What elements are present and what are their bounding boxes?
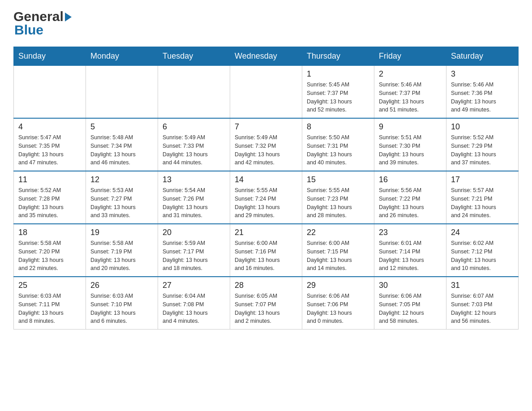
day-info: Sunrise: 6:06 AM Sunset: 7:05 PM Dayligh…: [379, 292, 442, 325]
day-info: Sunrise: 6:03 AM Sunset: 7:11 PM Dayligh…: [18, 292, 81, 325]
day-info: Sunrise: 6:04 AM Sunset: 7:08 PM Dayligh…: [163, 292, 225, 325]
calendar-cell: [14, 66, 86, 119]
calendar-cell: 8Sunrise: 5:50 AM Sunset: 7:31 PM Daylig…: [302, 118, 374, 171]
day-number: 28: [235, 281, 297, 290]
day-header-monday: Monday: [86, 47, 158, 66]
day-number: 3: [451, 69, 514, 79]
day-info: Sunrise: 5:49 AM Sunset: 7:32 PM Dayligh…: [235, 133, 297, 167]
calendar-cell: 6Sunrise: 5:49 AM Sunset: 7:33 PM Daylig…: [158, 118, 230, 171]
day-number: 13: [163, 175, 225, 184]
day-number: 16: [379, 175, 442, 184]
calendar-cell: 20Sunrise: 5:59 AM Sunset: 7:17 PM Dayli…: [158, 224, 230, 277]
day-info: Sunrise: 6:03 AM Sunset: 7:10 PM Dayligh…: [90, 292, 153, 325]
calendar-cell: 31Sunrise: 6:07 AM Sunset: 7:03 PM Dayli…: [446, 277, 519, 330]
logo-arrow-icon: [65, 13, 72, 21]
calendar-cell: 14Sunrise: 5:55 AM Sunset: 7:24 PM Dayli…: [230, 171, 302, 224]
calendar-cell: 2Sunrise: 5:46 AM Sunset: 7:37 PM Daylig…: [374, 66, 446, 119]
calendar-cell: 24Sunrise: 6:02 AM Sunset: 7:12 PM Dayli…: [446, 224, 519, 277]
logo: General Blue: [13, 9, 72, 38]
day-number: 1: [307, 69, 369, 79]
calendar-cell: 30Sunrise: 6:06 AM Sunset: 7:05 PM Dayli…: [374, 277, 446, 330]
day-number: 17: [451, 175, 514, 184]
calendar-cell: 12Sunrise: 5:53 AM Sunset: 7:27 PM Dayli…: [86, 171, 158, 224]
calendar-cell: [86, 66, 158, 119]
calendar-cell: 27Sunrise: 6:04 AM Sunset: 7:08 PM Dayli…: [158, 277, 230, 330]
day-number: 21: [235, 228, 297, 237]
day-number: 20: [163, 228, 225, 237]
calendar-week-4: 18Sunrise: 5:58 AM Sunset: 7:20 PM Dayli…: [14, 224, 519, 277]
page-header: General Blue: [13, 9, 519, 38]
calendar-cell: 13Sunrise: 5:54 AM Sunset: 7:26 PM Dayli…: [158, 171, 230, 224]
day-number: 14: [235, 175, 297, 184]
calendar-cell: 3Sunrise: 5:46 AM Sunset: 7:36 PM Daylig…: [446, 66, 519, 119]
day-number: 26: [90, 281, 153, 290]
calendar-cell: 23Sunrise: 6:01 AM Sunset: 7:14 PM Dayli…: [374, 224, 446, 277]
calendar-cell: 16Sunrise: 5:56 AM Sunset: 7:22 PM Dayli…: [374, 171, 446, 224]
day-info: Sunrise: 5:52 AM Sunset: 7:28 PM Dayligh…: [18, 186, 81, 220]
day-number: 18: [18, 228, 81, 237]
day-info: Sunrise: 5:46 AM Sunset: 7:37 PM Dayligh…: [379, 81, 442, 114]
day-number: 24: [451, 228, 514, 237]
logo-blue-text: Blue: [14, 22, 43, 37]
calendar-cell: 28Sunrise: 6:05 AM Sunset: 7:07 PM Dayli…: [230, 277, 302, 330]
day-info: Sunrise: 6:00 AM Sunset: 7:16 PM Dayligh…: [235, 239, 297, 273]
day-number: 29: [307, 281, 369, 290]
day-number: 31: [451, 281, 514, 290]
calendar-week-5: 25Sunrise: 6:03 AM Sunset: 7:11 PM Dayli…: [14, 277, 519, 330]
day-number: 2: [379, 69, 442, 79]
day-info: Sunrise: 5:55 AM Sunset: 7:24 PM Dayligh…: [235, 186, 297, 220]
day-header-thursday: Thursday: [302, 47, 374, 66]
calendar-week-1: 1Sunrise: 5:45 AM Sunset: 7:37 PM Daylig…: [14, 66, 519, 119]
day-number: 27: [163, 281, 225, 290]
logo-general-text: General: [13, 9, 64, 24]
day-info: Sunrise: 6:06 AM Sunset: 7:06 PM Dayligh…: [307, 292, 369, 325]
day-header-sunday: Sunday: [14, 47, 86, 66]
day-number: 12: [90, 175, 153, 184]
calendar-cell: 1Sunrise: 5:45 AM Sunset: 7:37 PM Daylig…: [302, 66, 374, 119]
day-info: Sunrise: 5:49 AM Sunset: 7:33 PM Dayligh…: [163, 133, 225, 167]
day-info: Sunrise: 5:48 AM Sunset: 7:34 PM Dayligh…: [90, 133, 153, 167]
day-info: Sunrise: 5:58 AM Sunset: 7:19 PM Dayligh…: [90, 239, 153, 273]
day-info: Sunrise: 6:00 AM Sunset: 7:15 PM Dayligh…: [307, 239, 369, 273]
day-info: Sunrise: 5:45 AM Sunset: 7:37 PM Dayligh…: [307, 81, 369, 114]
day-header-wednesday: Wednesday: [230, 47, 302, 66]
calendar-cell: 5Sunrise: 5:48 AM Sunset: 7:34 PM Daylig…: [86, 118, 158, 171]
day-number: 11: [18, 175, 81, 184]
calendar-cell: 29Sunrise: 6:06 AM Sunset: 7:06 PM Dayli…: [302, 277, 374, 330]
day-number: 7: [235, 122, 297, 132]
day-number: 9: [379, 122, 442, 132]
day-number: 25: [18, 281, 81, 290]
calendar-week-2: 4Sunrise: 5:47 AM Sunset: 7:35 PM Daylig…: [14, 118, 519, 171]
day-number: 30: [379, 281, 442, 290]
day-number: 19: [90, 228, 153, 237]
day-number: 5: [90, 122, 153, 132]
calendar-cell: 7Sunrise: 5:49 AM Sunset: 7:32 PM Daylig…: [230, 118, 302, 171]
day-info: Sunrise: 6:05 AM Sunset: 7:07 PM Dayligh…: [235, 292, 297, 325]
day-header-tuesday: Tuesday: [158, 47, 230, 66]
day-info: Sunrise: 5:52 AM Sunset: 7:29 PM Dayligh…: [451, 133, 514, 167]
day-number: 10: [451, 122, 514, 132]
day-number: 23: [379, 228, 442, 237]
calendar-week-3: 11Sunrise: 5:52 AM Sunset: 7:28 PM Dayli…: [14, 171, 519, 224]
day-info: Sunrise: 5:56 AM Sunset: 7:22 PM Dayligh…: [379, 186, 442, 220]
logo-row1: General: [13, 9, 72, 24]
day-info: Sunrise: 5:58 AM Sunset: 7:20 PM Dayligh…: [18, 239, 81, 273]
day-number: 15: [307, 175, 369, 184]
calendar-cell: 26Sunrise: 6:03 AM Sunset: 7:10 PM Dayli…: [86, 277, 158, 330]
calendar-cell: 17Sunrise: 5:57 AM Sunset: 7:21 PM Dayli…: [446, 171, 519, 224]
day-info: Sunrise: 5:50 AM Sunset: 7:31 PM Dayligh…: [307, 133, 369, 167]
day-info: Sunrise: 5:59 AM Sunset: 7:17 PM Dayligh…: [163, 239, 225, 273]
calendar-cell: [230, 66, 302, 119]
logo-row2: Blue: [14, 22, 43, 38]
day-info: Sunrise: 6:01 AM Sunset: 7:14 PM Dayligh…: [379, 239, 442, 273]
calendar-cell: 18Sunrise: 5:58 AM Sunset: 7:20 PM Dayli…: [14, 224, 86, 277]
calendar-table: SundayMondayTuesdayWednesdayThursdayFrid…: [13, 47, 519, 330]
day-number: 4: [18, 122, 81, 132]
day-header-saturday: Saturday: [446, 47, 519, 66]
day-info: Sunrise: 5:51 AM Sunset: 7:30 PM Dayligh…: [379, 133, 442, 167]
calendar-cell: 11Sunrise: 5:52 AM Sunset: 7:28 PM Dayli…: [14, 171, 86, 224]
calendar-cell: 4Sunrise: 5:47 AM Sunset: 7:35 PM Daylig…: [14, 118, 86, 171]
day-number: 8: [307, 122, 369, 132]
day-number: 6: [163, 122, 225, 132]
calendar-cell: 21Sunrise: 6:00 AM Sunset: 7:16 PM Dayli…: [230, 224, 302, 277]
